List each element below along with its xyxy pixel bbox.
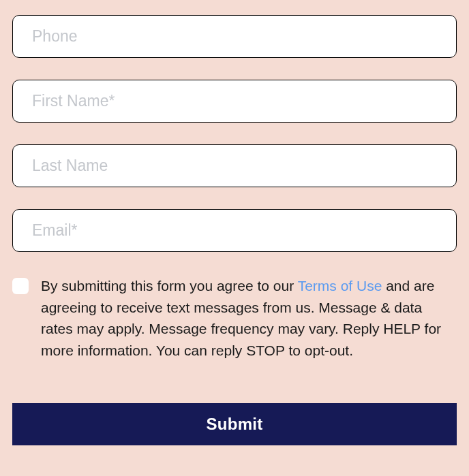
consent-checkbox[interactable] [12, 278, 29, 294]
phone-field[interactable] [32, 27, 437, 46]
consent-text: By submitting this form you agree to our… [41, 275, 450, 361]
terms-of-use-link[interactable]: Terms of Use [298, 278, 382, 293]
email-field-wrap [12, 209, 457, 252]
last-name-field[interactable] [32, 157, 437, 175]
first-name-field-wrap [12, 80, 457, 123]
consent-pre: By submitting this form you agree to our [41, 278, 298, 293]
email-field[interactable] [32, 221, 437, 240]
consent-row: By submitting this form you agree to our… [12, 275, 457, 361]
first-name-field[interactable] [32, 92, 437, 110]
last-name-field-wrap [12, 144, 457, 187]
submit-button[interactable]: Submit [12, 403, 457, 445]
phone-field-wrap [12, 15, 457, 58]
signup-form: By submitting this form you agree to our… [12, 15, 457, 445]
